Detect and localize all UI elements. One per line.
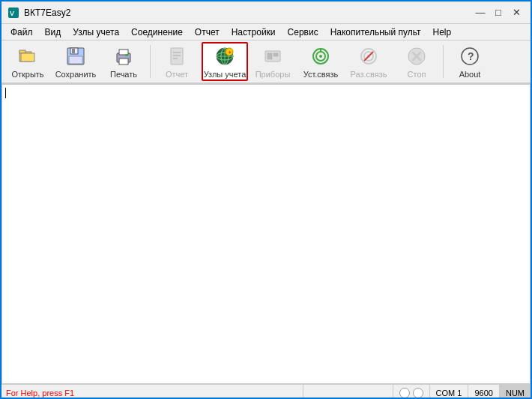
status-bar: For Help, press F1 COM 1 9600 NUM xyxy=(1,384,531,399)
about-label: About xyxy=(459,70,481,79)
svg-rect-8 xyxy=(72,49,75,53)
open-label: Открыть xyxy=(11,70,43,79)
menu-accumulator[interactable]: Накопительный пульт xyxy=(324,26,427,39)
toolbar: Открыть Сохранить Печать xyxy=(1,40,531,84)
nodes-button[interactable]: ✦ Узлы учета xyxy=(202,42,248,81)
svg-rect-26 xyxy=(273,53,278,56)
baud-section: 9600 xyxy=(468,385,499,399)
stop-icon xyxy=(405,44,429,68)
report-icon xyxy=(165,44,189,68)
status-indicators xyxy=(399,388,423,398)
title-bar-left: V ВКТ7Easy2 xyxy=(7,7,70,19)
print-button[interactable]: Печать xyxy=(100,42,147,81)
nodes-label: Узлы учета xyxy=(204,70,247,79)
num-label: NUM xyxy=(506,388,525,398)
svg-point-29 xyxy=(319,55,322,58)
report-button[interactable]: Отчет xyxy=(154,42,200,81)
svg-rect-3 xyxy=(19,50,25,53)
devices-icon xyxy=(261,44,285,68)
menu-help[interactable]: Help xyxy=(426,26,457,39)
title-bar-controls: — □ ✕ xyxy=(472,4,525,21)
text-cursor xyxy=(5,88,6,98)
indicator-2 xyxy=(413,388,423,398)
menu-connection[interactable]: Соединение xyxy=(125,26,189,39)
save-label: Сохранить xyxy=(55,70,97,79)
menu-nodes[interactable]: Узлы учета xyxy=(67,26,125,39)
menu-view[interactable]: Вид xyxy=(39,26,67,39)
svg-rect-12 xyxy=(125,54,128,56)
connect-icon xyxy=(309,44,333,68)
num-section: NUM xyxy=(500,385,531,399)
stop-label: Стоп xyxy=(408,70,426,79)
main-content xyxy=(1,84,531,384)
minimize-button[interactable]: — xyxy=(472,4,489,21)
svg-rect-7 xyxy=(69,56,82,64)
status-section-empty1 xyxy=(214,385,303,399)
baud-label: 9600 xyxy=(474,388,492,398)
svg-rect-10 xyxy=(119,50,128,55)
indicator-1 xyxy=(399,388,410,398)
devices-label: Приборы xyxy=(256,70,291,79)
app-icon: V xyxy=(7,7,19,19)
separator-2 xyxy=(443,45,444,78)
save-button[interactable]: Сохранить xyxy=(52,42,99,81)
stop-button[interactable]: Стоп xyxy=(393,42,440,81)
print-label: Печать xyxy=(110,70,137,79)
svg-text:V: V xyxy=(10,10,14,17)
menu-bar: Файл Вид Узлы учета Соединение Отчет Нас… xyxy=(1,24,531,40)
svg-rect-4 xyxy=(21,53,34,62)
status-section-empty2 xyxy=(303,385,393,399)
com-label: COM 1 xyxy=(436,388,462,398)
save-icon xyxy=(64,44,88,68)
svg-text:✦: ✦ xyxy=(228,50,232,55)
disconnect-icon xyxy=(357,44,381,68)
globe-icon: ✦ xyxy=(213,44,237,68)
about-button[interactable]: ? About xyxy=(447,42,493,81)
menu-file[interactable]: Файл xyxy=(4,26,39,39)
menu-service[interactable]: Сервис xyxy=(282,26,324,39)
com-section: COM 1 xyxy=(430,385,469,399)
open-icon xyxy=(16,44,40,68)
status-indicators-section xyxy=(393,385,430,399)
svg-text:?: ? xyxy=(468,50,474,62)
close-button[interactable]: ✕ xyxy=(508,4,525,21)
title-bar: V ВКТ7Easy2 — □ ✕ xyxy=(1,2,531,24)
menu-settings[interactable]: Настройки xyxy=(226,26,282,39)
disconnect-label: Раз.связь xyxy=(350,70,387,79)
print-icon xyxy=(112,44,136,68)
menu-report[interactable]: Отчет xyxy=(189,26,226,39)
svg-rect-25 xyxy=(267,53,272,59)
report-label: Отчет xyxy=(166,70,188,79)
connect-button[interactable]: Уст.связь xyxy=(297,42,344,81)
svg-rect-11 xyxy=(119,58,128,64)
about-icon: ? xyxy=(458,44,482,68)
open-button[interactable]: Открыть xyxy=(4,42,51,81)
devices-button[interactable]: Приборы xyxy=(250,42,296,81)
help-text: For Help, press F1 xyxy=(1,388,214,398)
connect-label: Уст.связь xyxy=(303,70,339,79)
disconnect-button[interactable]: Раз.связь xyxy=(345,42,392,81)
svg-rect-13 xyxy=(171,48,183,64)
window-title: ВКТ7Easy2 xyxy=(24,8,70,18)
separator-1 xyxy=(150,45,151,78)
maximize-button[interactable]: □ xyxy=(490,4,507,21)
